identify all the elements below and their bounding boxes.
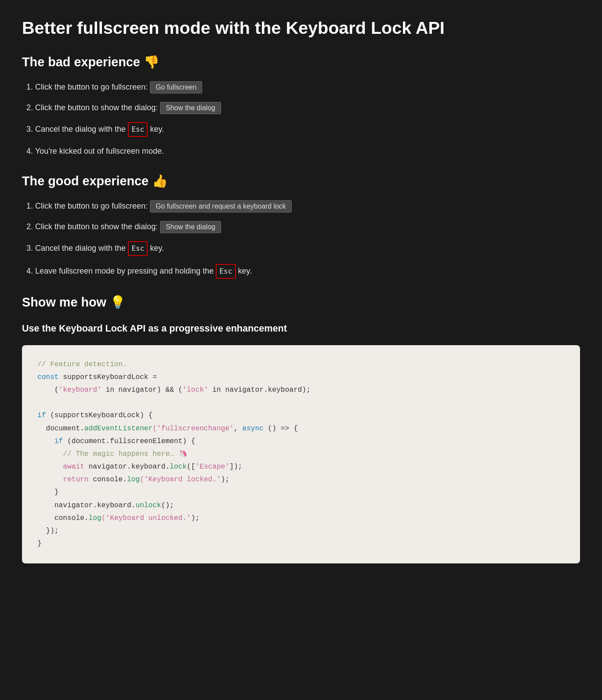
show-me-how-emoji: 💡 bbox=[110, 295, 126, 309]
code-line: if (document.fullscreenElement) { bbox=[37, 435, 565, 448]
good-show-dialog-button[interactable]: Show the dialog bbox=[160, 221, 221, 233]
good-experience-heading: The good experience 👍 bbox=[22, 171, 580, 191]
show-me-how-section: Show me how 💡 Use the Keyboard Lock API … bbox=[22, 292, 580, 563]
list-item: Leave fullscreen mode by pressing and ho… bbox=[35, 264, 580, 279]
code-line: // Feature detection. bbox=[37, 358, 565, 371]
esc-key-good-2: Esc bbox=[216, 264, 236, 279]
code-line: } bbox=[37, 538, 565, 550]
code-block: // Feature detection. const supportsKeyb… bbox=[22, 345, 580, 563]
good-step4-text-after: key. bbox=[238, 267, 252, 275]
step1-text: Click the button to go fullscreen: bbox=[35, 83, 148, 91]
code-line: document.addEventListener('fullscreencha… bbox=[37, 422, 565, 435]
list-item: Click the button to show the dialog: Sho… bbox=[35, 220, 580, 233]
good-experience-section: The good experience 👍 Click the button t… bbox=[22, 171, 580, 279]
bad-experience-heading: The bad experience 👎 bbox=[22, 52, 580, 72]
good-experience-list: Click the button to go fullscreen: Go fu… bbox=[22, 200, 580, 279]
code-line: navigator.keyboard.unlock(); bbox=[37, 499, 565, 512]
good-go-fullscreen-button[interactable]: Go fullscreen and request a keyboard loc… bbox=[150, 200, 292, 213]
code-line: ('keyboard' in navigator) && ('lock' in … bbox=[37, 384, 565, 397]
code-line: } bbox=[37, 486, 565, 499]
good-step3-text-before: Cancel the dialog with the bbox=[35, 244, 126, 253]
code-line: const supportsKeyboardLock = bbox=[37, 371, 565, 384]
good-step1-text: Click the button to go fullscreen: bbox=[35, 202, 148, 210]
step4-text: You're kicked out of fullscreen mode. bbox=[35, 147, 164, 155]
esc-key-bad-1: Esc bbox=[128, 122, 148, 137]
code-line: }); bbox=[37, 525, 565, 538]
good-step3-text-after: key. bbox=[150, 244, 164, 253]
code-line: console.log('Keyboard unlocked.'); bbox=[37, 512, 565, 525]
list-item: Click the button to show the dialog: Sho… bbox=[35, 101, 580, 114]
bad-experience-list: Click the button to go fullscreen: Go fu… bbox=[22, 81, 580, 158]
code-line: // The magic happens here… 🦄 bbox=[37, 448, 565, 461]
good-step4-text-before: Leave fullscreen mode by pressing and ho… bbox=[35, 267, 214, 275]
step2-text: Click the button to show the dialog: bbox=[35, 103, 158, 112]
show-me-how-heading: Show me how 💡 bbox=[22, 292, 580, 312]
code-line: await navigator.keyboard.lock(['Escape']… bbox=[37, 461, 565, 473]
code-line: return console.log('Keyboard locked.'); bbox=[37, 473, 565, 486]
good-experience-emoji: 👍 bbox=[152, 174, 168, 188]
code-section-heading: Use the Keyboard Lock API as a progressi… bbox=[22, 321, 580, 336]
bad-experience-emoji: 👎 bbox=[144, 55, 160, 69]
bad-experience-section: The bad experience 👎 Click the button to… bbox=[22, 52, 580, 158]
page-title: Better fullscreen mode with the Keyboard… bbox=[22, 18, 580, 39]
step3-text-after: key. bbox=[150, 125, 164, 134]
bad-go-fullscreen-button[interactable]: Go fullscreen bbox=[150, 81, 202, 94]
list-item: Cancel the dialog with the Esc key. bbox=[35, 241, 580, 256]
list-item: Click the button to go fullscreen: Go fu… bbox=[35, 81, 580, 94]
good-step2-text: Click the button to show the dialog: bbox=[35, 222, 158, 231]
esc-key-good-1: Esc bbox=[128, 241, 148, 256]
list-item: You're kicked out of fullscreen mode. bbox=[35, 145, 580, 158]
code-line: if (supportsKeyboardLock) { bbox=[37, 409, 565, 422]
list-item: Cancel the dialog with the Esc key. bbox=[35, 122, 580, 137]
step3-text-before: Cancel the dialog with the bbox=[35, 125, 126, 134]
list-item: Click the button to go fullscreen: Go fu… bbox=[35, 200, 580, 213]
bad-show-dialog-button[interactable]: Show the dialog bbox=[160, 102, 221, 114]
